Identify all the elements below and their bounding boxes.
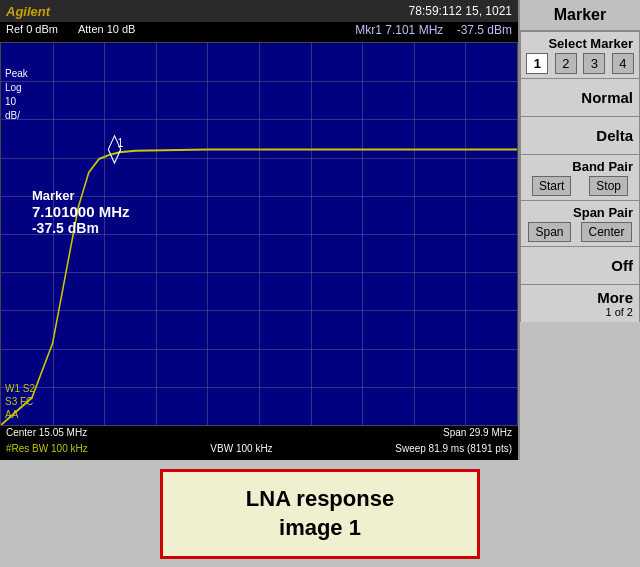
instrument-area: Agilent 78:59:112 15, 1021 Ref 0 dBm Att…: [0, 0, 640, 460]
vbw: VBW 100 kHz: [210, 443, 272, 459]
marker-num-2[interactable]: 2: [555, 53, 577, 74]
select-marker-numbers: 1 2 3 4: [523, 53, 637, 74]
band-pair-title: Band Pair: [523, 159, 637, 174]
caption-container: LNA response image 1: [0, 460, 640, 567]
band-pair-stop[interactable]: Stop: [589, 176, 628, 196]
marker-label: Marker 7.101000 MHz -37.5 dBm: [32, 188, 130, 236]
s3-fc: S3 FC: [5, 395, 35, 408]
marker-num-4[interactable]: 4: [612, 53, 634, 74]
right-panel: Marker Select Marker 1 2 3 4 Normal Delt…: [518, 0, 640, 460]
caption-area: LNA response image 1: [160, 469, 480, 559]
ref-label: Ref 0 dBm: [6, 23, 58, 41]
span-label: Span 29.9 MHz: [443, 427, 512, 441]
normal-button[interactable]: Normal: [520, 78, 640, 116]
marker-freq: 7.101000 MHz: [32, 203, 130, 220]
more-title[interactable]: More: [527, 289, 633, 306]
trace-left: Ref 0 dBm Atten 10 dB: [6, 23, 135, 41]
marker-num-3[interactable]: 3: [583, 53, 605, 74]
center-label: Center 15.05 MHz: [6, 427, 87, 441]
panel-title: Marker: [520, 0, 640, 31]
svg-text:1: 1: [118, 134, 124, 150]
marker-num-1[interactable]: 1: [526, 53, 548, 74]
timestamp: 78:59:112 15, 1021: [409, 4, 512, 18]
mkr-info: Mkr1 7.101 MHz -37.5 dBm: [355, 23, 512, 41]
delta-button[interactable]: Delta: [520, 116, 640, 154]
band-pair-sub: Start Stop: [523, 176, 637, 196]
sweep: Sweep 81.9 ms (8191 pts): [395, 443, 512, 459]
band-pair-start[interactable]: Start: [532, 176, 571, 196]
more-section[interactable]: More 1 of 2: [520, 284, 640, 322]
atten-label: Atten 10 dB: [78, 23, 136, 41]
res-bw: #Res BW 100 kHz: [6, 443, 88, 459]
screen-area: Agilent 78:59:112 15, 1021 Ref 0 dBm Att…: [0, 0, 518, 460]
select-marker-section: Select Marker 1 2 3 4: [520, 31, 640, 78]
marker-amp: -37.5 dBm: [32, 220, 130, 236]
graph-area: Peak Log 10 dB/ 1 Marker 7.101000 MHz: [0, 42, 518, 426]
span-pair-section: Span Pair Span Center: [520, 200, 640, 246]
more-sub: 1 of 2: [527, 306, 633, 318]
caption-line1: LNA response: [246, 486, 394, 511]
span-pair-title: Span Pair: [523, 205, 637, 220]
graph-bottom-labels: Center 15.05 MHz Span 29.9 MHz: [0, 426, 518, 442]
span-pair-span[interactable]: Span: [528, 222, 570, 242]
caption-line2: image 1: [279, 515, 361, 540]
aa: AA: [5, 408, 35, 421]
status-bar: #Res BW 100 kHz VBW 100 kHz Sweep 81.9 m…: [0, 442, 518, 460]
w1-s2: W1 S2: [5, 382, 35, 395]
screen-header: Agilent 78:59:112 15, 1021: [0, 0, 518, 22]
mkr-label: Mkr1 7.101 MHz: [355, 23, 443, 37]
off-button[interactable]: Off: [520, 246, 640, 284]
span-pair-center[interactable]: Center: [581, 222, 631, 242]
agilent-logo: Agilent: [6, 4, 50, 19]
caption-text: LNA response image 1: [246, 485, 394, 542]
marker-title: Marker: [32, 188, 130, 203]
status-labels: W1 S2 S3 FC AA: [5, 382, 35, 421]
select-marker-title: Select Marker: [523, 36, 637, 51]
mkr-value: -37.5 dBm: [457, 23, 512, 37]
trace-info-bar: Ref 0 dBm Atten 10 dB Mkr1 7.101 MHz -37…: [0, 22, 518, 42]
band-pair-section: Band Pair Start Stop: [520, 154, 640, 200]
span-pair-sub: Span Center: [523, 222, 637, 242]
main-container: Agilent 78:59:112 15, 1021 Ref 0 dBm Att…: [0, 0, 640, 567]
